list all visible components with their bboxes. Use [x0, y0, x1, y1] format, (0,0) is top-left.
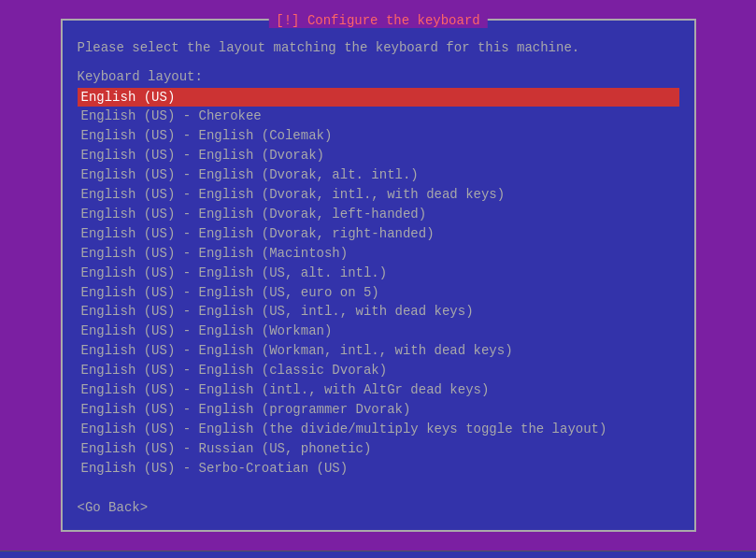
list-item[interactable]: English (US) - English (US, intl., with …	[78, 302, 679, 322]
go-back-area: <Go Back>	[63, 489, 694, 530]
list-item[interactable]: English (US)	[78, 88, 679, 107]
list-item[interactable]: English (US) - English (Workman, intl., …	[78, 341, 679, 361]
list-item[interactable]: English (US) - English (Dvorak, alt. int…	[78, 165, 679, 185]
list-item[interactable]: English (US) - English (Dvorak, right-ha…	[78, 224, 679, 244]
list-item[interactable]: English (US) - Russian (US, phonetic)	[78, 439, 679, 459]
list-item[interactable]: English (US) - Cherokee	[78, 107, 679, 126]
dialog-content: Please select the layout matching the ke…	[63, 21, 694, 489]
list-item[interactable]: English (US) - English (Colemak)	[78, 126, 679, 146]
list-item[interactable]: English (US) - English (US, euro on 5)	[78, 283, 679, 303]
keyboard-layout-list[interactable]: English (US)English (US) - CherokeeEngli…	[78, 88, 679, 479]
list-item[interactable]: English (US) - English (Dvorak, left-han…	[78, 205, 679, 224]
description-text: Please select the layout matching the ke…	[78, 39, 679, 58]
list-item[interactable]: English (US) - English (programmer Dvora…	[78, 400, 679, 420]
dialog-title-bar: [!] Configure the keyboard	[261, 9, 494, 32]
list-item[interactable]: English (US) - English (intl., with AltG…	[78, 380, 679, 400]
section-label: Keyboard layout:	[78, 69, 679, 84]
list-item[interactable]: English (US) - English (Macintosh)	[78, 244, 679, 264]
dialog-title: [!] Configure the keyboard	[268, 13, 487, 28]
go-back-button[interactable]: <Go Back>	[78, 500, 149, 515]
list-item[interactable]: English (US) - English (US, alt. intl.)	[78, 264, 679, 283]
status-bar: <Tab> moves; <Space> selects; <Enter> ac…	[0, 551, 756, 558]
list-item[interactable]: English (US) - English (Dvorak, intl., w…	[78, 185, 679, 205]
main-area: [!] Configure the keyboard Please select…	[0, 0, 756, 551]
dialog-box: [!] Configure the keyboard Please select…	[61, 19, 696, 532]
list-item[interactable]: English (US) - Serbo-Croatian (US)	[78, 459, 679, 479]
list-item[interactable]: English (US) - English (Dvorak)	[78, 146, 679, 165]
list-item[interactable]: English (US) - English (classic Dvorak)	[78, 361, 679, 380]
list-item[interactable]: English (US) - English (the divide/multi…	[78, 420, 679, 439]
list-item[interactable]: English (US) - English (Workman)	[78, 322, 679, 341]
